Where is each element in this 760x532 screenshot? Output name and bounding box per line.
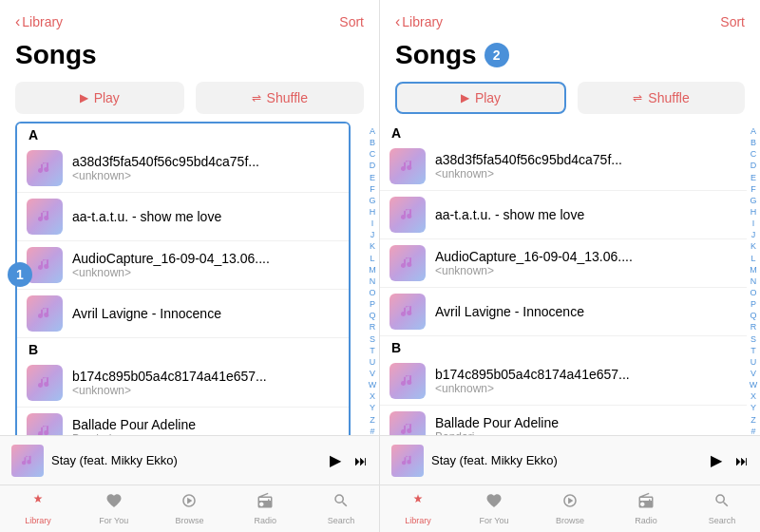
now-playing-play-button[interactable]: ▶ bbox=[330, 451, 341, 469]
alpha-letter-V[interactable]: V bbox=[370, 368, 375, 379]
tab-for-you[interactable]: For You bbox=[456, 485, 532, 532]
song-item[interactable]: b174c895b05a4c8174a41e657...<unknown> bbox=[380, 357, 747, 406]
song-item[interactable]: Avril Lavigne - Innocence bbox=[17, 290, 349, 338]
alpha-letter-F[interactable]: F bbox=[750, 183, 756, 195]
tab-radio[interactable]: Radio bbox=[608, 485, 684, 532]
alpha-letter-E[interactable]: E bbox=[370, 172, 375, 183]
song-item[interactable]: Ballade Pour AdelineBandari bbox=[380, 406, 747, 435]
tab-browse[interactable]: Browse bbox=[152, 485, 228, 532]
alpha-letter-R[interactable]: R bbox=[750, 321, 757, 332]
alpha-letter-B[interactable]: B bbox=[370, 137, 375, 148]
alpha-letter-T[interactable]: T bbox=[750, 345, 756, 356]
now-playing-bar[interactable]: Stay (feat. Mikky Ekko)▶⏭ bbox=[0, 435, 379, 484]
now-playing-play-button[interactable]: ▶ bbox=[711, 451, 722, 469]
song-item[interactable]: Avril Lavigne - Innocence bbox=[380, 288, 747, 336]
alpha-letter-B[interactable]: B bbox=[750, 137, 756, 148]
alpha-index[interactable]: ABCDEFGHIJKLMNOPQRSTUVWXYZ# bbox=[747, 122, 760, 435]
alpha-letter-D[interactable]: D bbox=[370, 160, 376, 171]
song-item[interactable]: Ballade Pour AdelineBandari bbox=[17, 408, 349, 435]
song-title: a38d3f5fa540f56c95bd4ca75f... bbox=[72, 154, 339, 169]
alpha-letter-M[interactable]: M bbox=[369, 264, 376, 276]
alpha-letter-#[interactable]: # bbox=[750, 426, 755, 435]
alpha-letter-C[interactable]: C bbox=[750, 148, 757, 160]
alpha-letter-M[interactable]: M bbox=[750, 264, 757, 276]
alpha-letter-X[interactable]: X bbox=[750, 390, 756, 402]
tab-bar: LibraryFor YouBrowseRadioSearch bbox=[0, 484, 379, 532]
tab-library[interactable]: Library bbox=[380, 485, 456, 532]
back-button[interactable]: ‹Library bbox=[395, 13, 443, 30]
alpha-letter-Z[interactable]: Z bbox=[750, 414, 756, 426]
song-item[interactable]: b174c895b05a4c8174a41e657...<unknown> bbox=[17, 359, 349, 408]
alpha-letter-L[interactable]: L bbox=[750, 253, 755, 264]
alpha-letter-U[interactable]: U bbox=[370, 356, 376, 368]
sort-button[interactable]: Sort bbox=[339, 14, 364, 29]
alpha-letter-Z[interactable]: Z bbox=[370, 414, 375, 426]
sort-button[interactable]: Sort bbox=[720, 14, 745, 29]
alpha-letter-P[interactable]: P bbox=[750, 298, 756, 310]
alpha-letter-Q[interactable]: Q bbox=[750, 310, 756, 321]
play-button[interactable]: ▶Play bbox=[395, 82, 566, 114]
back-button[interactable]: ‹Library bbox=[15, 13, 63, 30]
tab-search[interactable]: Search bbox=[684, 485, 760, 532]
alpha-letter-J[interactable]: J bbox=[751, 229, 756, 240]
chevron-left-icon: ‹ bbox=[15, 13, 20, 30]
alpha-letter-A[interactable]: A bbox=[370, 125, 375, 137]
alpha-letter-N[interactable]: N bbox=[750, 276, 757, 287]
song-item[interactable]: a38d3f5fa540f56c95bd4ca75f...<unknown> bbox=[380, 142, 747, 191]
song-info: AudioCapture_16-09-04_13.06....<unknown> bbox=[72, 251, 339, 279]
alpha-letter-#[interactable]: # bbox=[370, 426, 374, 435]
alpha-letter-E[interactable]: E bbox=[750, 172, 756, 183]
now-playing-skip-button[interactable]: ⏭ bbox=[735, 453, 749, 468]
alpha-letter-I[interactable]: I bbox=[371, 218, 374, 229]
song-thumbnail bbox=[390, 294, 426, 330]
alpha-letter-V[interactable]: V bbox=[750, 368, 756, 379]
alpha-letter-R[interactable]: R bbox=[370, 321, 376, 332]
song-item[interactable]: aa-t.a.t.u. - show me love bbox=[17, 193, 349, 241]
alpha-letter-X[interactable]: X bbox=[370, 390, 375, 402]
alpha-letter-Y[interactable]: Y bbox=[370, 402, 375, 413]
now-playing-skip-button[interactable]: ⏭ bbox=[354, 453, 368, 468]
alpha-letter-O[interactable]: O bbox=[369, 287, 375, 298]
alpha-letter-W[interactable]: W bbox=[750, 379, 758, 390]
alpha-letter-I[interactable]: I bbox=[752, 218, 755, 229]
alpha-letter-L[interactable]: L bbox=[370, 253, 374, 264]
tab-search[interactable]: Search bbox=[303, 485, 379, 532]
song-item[interactable]: a38d3f5fa540f56c95bd4ca75f...<unknown> bbox=[17, 144, 349, 193]
alpha-letter-P[interactable]: P bbox=[370, 298, 375, 310]
alpha-letter-G[interactable]: G bbox=[750, 195, 756, 206]
alpha-letter-K[interactable]: K bbox=[750, 240, 756, 252]
alpha-letter-U[interactable]: U bbox=[750, 356, 757, 368]
song-item[interactable]: AudioCapture_16-09-04_13.06....<unknown> bbox=[380, 239, 747, 288]
now-playing-bar[interactable]: Stay (feat. Mikky Ekko)▶⏭ bbox=[380, 435, 760, 484]
shuffle-button[interactable]: ⇌Shuffle bbox=[578, 82, 745, 114]
song-thumbnail bbox=[390, 197, 426, 233]
shuffle-button[interactable]: ⇌Shuffle bbox=[196, 82, 365, 114]
music-note-icon bbox=[37, 209, 52, 224]
alpha-letter-S[interactable]: S bbox=[750, 333, 756, 345]
alpha-letter-A[interactable]: A bbox=[750, 125, 756, 137]
alpha-letter-Q[interactable]: Q bbox=[369, 310, 375, 321]
alpha-letter-F[interactable]: F bbox=[370, 183, 375, 195]
alpha-index[interactable]: ABCDEFGHIJKLMNOPQRSTUVWXYZ# bbox=[366, 122, 379, 435]
tab-radio[interactable]: Radio bbox=[227, 485, 303, 532]
alpha-letter-D[interactable]: D bbox=[750, 160, 757, 171]
alpha-letter-O[interactable]: O bbox=[750, 287, 756, 298]
tab-library[interactable]: Library bbox=[0, 485, 76, 532]
song-item[interactable]: AudioCapture_16-09-04_13.06....<unknown> bbox=[17, 241, 349, 290]
alpha-letter-G[interactable]: G bbox=[369, 195, 375, 206]
alpha-letter-T[interactable]: T bbox=[370, 345, 375, 356]
alpha-letter-Y[interactable]: Y bbox=[750, 402, 756, 413]
alpha-letter-K[interactable]: K bbox=[370, 240, 375, 252]
alpha-letter-N[interactable]: N bbox=[370, 276, 376, 287]
play-button[interactable]: ▶Play bbox=[15, 82, 184, 114]
alpha-letter-W[interactable]: W bbox=[369, 379, 377, 390]
song-item[interactable]: aa-t.a.t.u. - show me love bbox=[380, 191, 747, 239]
alpha-letter-S[interactable]: S bbox=[370, 333, 375, 345]
alpha-letter-H[interactable]: H bbox=[370, 206, 376, 218]
alpha-letter-H[interactable]: H bbox=[750, 206, 757, 218]
song-title: Ballade Pour Adeline bbox=[72, 417, 339, 432]
alpha-letter-C[interactable]: C bbox=[370, 148, 376, 160]
tab-browse[interactable]: Browse bbox=[532, 485, 608, 532]
alpha-letter-J[interactable]: J bbox=[370, 229, 375, 240]
tab-for-you[interactable]: For You bbox=[76, 485, 152, 532]
